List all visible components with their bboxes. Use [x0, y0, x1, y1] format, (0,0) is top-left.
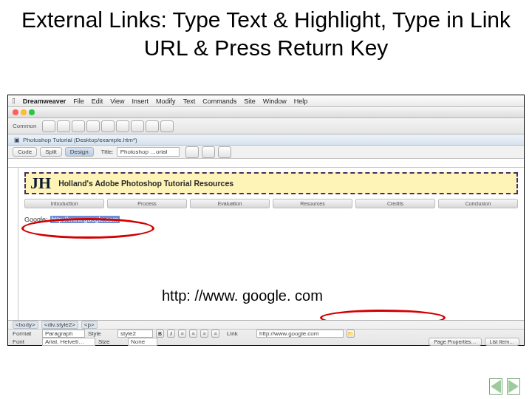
size-select[interactable]: None [128, 338, 157, 346]
format-label: Format [13, 330, 39, 337]
tag-selector-path[interactable]: <body> <div.style2> <p> [8, 321, 524, 330]
triangle-right-icon [508, 380, 519, 393]
tool-email-icon[interactable] [57, 120, 70, 132]
menu-help[interactable]: Help [294, 98, 308, 105]
slide-nav [489, 378, 520, 395]
italic-button[interactable]: I [167, 330, 175, 338]
browse-folder-icon[interactable]: 📁 [347, 330, 355, 338]
menu-app-name[interactable]: Dreamweaver [23, 98, 66, 105]
properties-panel: <body> <div.style2> <p> Format Paragraph… [8, 320, 524, 345]
document-tab[interactable]: ▣ Photoshop Tutorial (Desktop/example.ht… [8, 134, 524, 146]
doc-icon: ▣ [14, 137, 20, 143]
prev-slide-button[interactable] [489, 378, 502, 395]
bold-button[interactable]: B [156, 330, 164, 338]
menu-window[interactable]: Window [263, 98, 287, 105]
list-item-button[interactable]: List Item… [485, 338, 519, 346]
font-select[interactable]: Arial, Helveti… [42, 338, 95, 346]
next-slide-button[interactable] [507, 378, 520, 395]
nav-strip: Introduction Process Evaluation Resource… [24, 199, 518, 208]
title-label: Title: [101, 149, 114, 155]
banner-title: Holland's Adobe Photoshop Tutorial Resou… [58, 179, 233, 188]
tool-templates-icon[interactable] [160, 120, 174, 132]
menu-edit[interactable]: Edit [92, 98, 103, 105]
menu-text[interactable]: Text [183, 98, 196, 105]
menu-modify[interactable]: Modify [156, 98, 176, 105]
tag-div[interactable]: <div.style2> [41, 321, 78, 329]
menu-view[interactable]: View [110, 98, 124, 105]
page-properties-button[interactable]: Page Properties… [429, 338, 481, 346]
header-banner: JH Holland's Adobe Photoshop Tutorial Re… [24, 172, 518, 194]
format-select[interactable]: Paragraph [42, 330, 85, 338]
traffic-lights [13, 109, 35, 115]
triangle-left-icon [491, 380, 501, 393]
tag-body[interactable]: <body> [13, 321, 38, 329]
nav-introduction[interactable]: Introduction [24, 199, 104, 208]
link-label-prop: Link [227, 330, 253, 337]
slide-title: External Links: Type Text & Highlight, T… [0, 0, 532, 66]
apple-icon[interactable]:  [13, 97, 16, 105]
nav-resources[interactable]: Resources [273, 199, 352, 208]
tool-anchor-icon[interactable] [72, 120, 85, 132]
menu-file[interactable]: File [73, 98, 84, 105]
window-titlebar [8, 107, 524, 118]
view-split-button[interactable]: Split [40, 147, 62, 157]
menu-site[interactable]: Site [244, 98, 256, 105]
align-right-icon[interactable]: ≡ [200, 330, 208, 338]
menu-insert[interactable]: Insert [132, 98, 149, 105]
align-justify-icon[interactable]: ≡ [211, 330, 219, 338]
annotation-url-text: http: //www. google. com [162, 287, 323, 304]
tool-media-icon[interactable] [116, 120, 129, 132]
font-label: Font [13, 338, 39, 345]
link-text-line[interactable]: Google: http://www.google.com [24, 216, 518, 223]
highlighted-link-text[interactable]: http://www.google.com [50, 216, 120, 223]
refresh-icon[interactable] [218, 146, 231, 158]
document-tab-label: Photoshop Tutorial (Desktop/example.htm*… [23, 137, 137, 143]
link-label: Google: [24, 216, 48, 223]
tool-date-icon[interactable] [131, 120, 144, 132]
page-title-input[interactable]: Photoshop …orial [117, 147, 180, 157]
view-strip: Code Split Design Title: Photoshop …oria… [8, 146, 524, 159]
nav-credits[interactable]: Credits [355, 199, 435, 208]
style-label: Style [88, 330, 115, 337]
tag-p[interactable]: <p> [81, 321, 98, 329]
vertical-ruler [8, 168, 18, 320]
view-code-button[interactable]: Code [13, 147, 37, 157]
nav-conclusion[interactable]: Conclusion [438, 199, 518, 208]
tool-image-icon[interactable] [101, 120, 115, 132]
align-left-icon[interactable]: ≡ [178, 330, 186, 338]
logo-text: JH [30, 174, 51, 193]
insert-tab-label[interactable]: Common [13, 123, 36, 129]
mac-menubar:  Dreamweaver File Edit View Insert Modi… [8, 95, 524, 107]
minimize-icon[interactable] [21, 109, 27, 115]
tool-table-icon[interactable] [86, 120, 100, 132]
insert-toolbar: Common [8, 118, 524, 134]
style-select[interactable]: style2 [117, 330, 153, 338]
tool-hyperlink-icon[interactable] [42, 120, 55, 132]
view-design-button[interactable]: Design [65, 147, 94, 157]
nav-evaluation[interactable]: Evaluation [190, 199, 270, 208]
link-url-input[interactable]: http://www.google.com [256, 330, 344, 338]
validate-icon[interactable] [185, 146, 199, 158]
tool-comment-icon[interactable] [146, 120, 159, 132]
screenshot-frame:  Dreamweaver File Edit View Insert Modi… [7, 95, 525, 346]
size-label: Size [98, 338, 125, 345]
preview-icon[interactable] [202, 146, 215, 158]
align-center-icon[interactable]: ≡ [189, 330, 197, 338]
horizontal-ruler [8, 159, 524, 168]
nav-process[interactable]: Process [107, 199, 187, 208]
menu-commands[interactable]: Commands [202, 98, 236, 105]
close-icon[interactable] [13, 109, 18, 115]
zoom-icon[interactable] [29, 109, 35, 115]
